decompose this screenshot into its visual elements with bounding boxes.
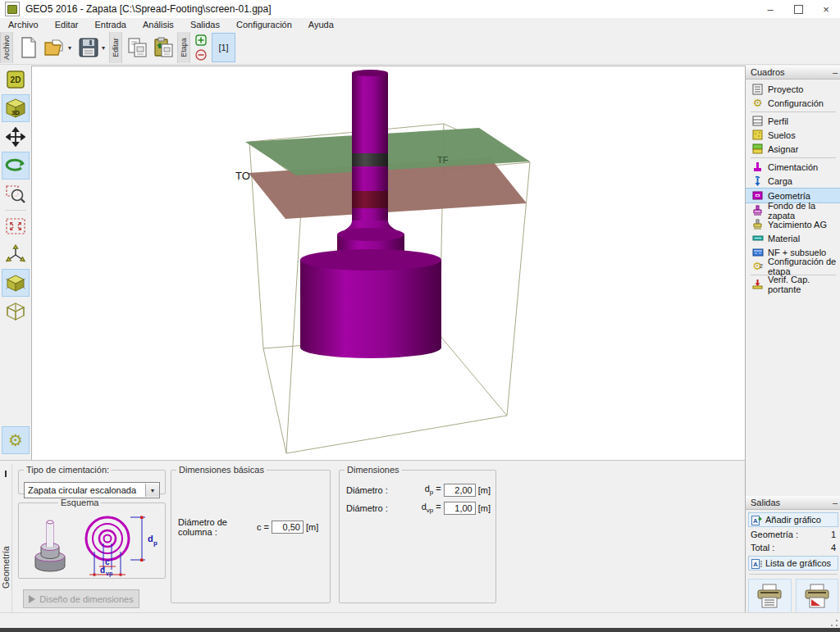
geometry-frame-panel: Geometría Tipo de cimentación: Zapata ci…	[0, 460, 745, 613]
pan-button[interactable]	[2, 124, 29, 150]
save-file-dropdown[interactable]: ▾	[102, 34, 109, 61]
sidebar-item-perfil[interactable]: Perfil	[746, 114, 840, 128]
close-button[interactable]: ×	[812, 1, 840, 18]
remove-stage-button[interactable]	[194, 49, 207, 61]
water-icon	[751, 246, 764, 258]
view-settings-button[interactable]: ⚙	[2, 426, 30, 454]
sidebar-item-yacimiento[interactable]: Yacimiento AG	[746, 217, 840, 231]
view-3d-button[interactable]: 3D	[2, 94, 30, 122]
diameter-dp-input[interactable]	[444, 484, 476, 497]
sidebar-item-asignar[interactable]: Asignar	[746, 142, 840, 156]
stepped-footing-3d	[300, 228, 441, 358]
copy-icon	[127, 37, 148, 58]
svg-text:d: d	[100, 566, 105, 575]
print-document-icon	[756, 584, 783, 608]
frame-tab-label: Geometría	[1, 532, 11, 602]
sidebar-item-carga[interactable]: Carga	[746, 174, 840, 188]
add-graphic-button[interactable]: A Añadir gráfico	[748, 512, 838, 527]
sidebar-item-suelos[interactable]: Suelos	[746, 128, 840, 142]
clip-view-button[interactable]	[2, 269, 30, 297]
basic-dimensions-group: Dimensiones básicas Diámetro de columna …	[171, 465, 331, 603]
maximize-button[interactable]	[784, 1, 812, 18]
menu-configuracion[interactable]: Configuración	[228, 20, 300, 30]
basic-dimensions-title: Dimensiones básicas	[176, 465, 267, 475]
axes-button[interactable]	[2, 241, 29, 267]
sidebar-item-material[interactable]: Material	[746, 231, 840, 245]
menu-salidas[interactable]: Salidas	[182, 20, 228, 30]
toolbar-group-edit: Editar	[109, 32, 122, 63]
settings-icon: ⚙	[751, 97, 764, 109]
print-document-button[interactable]	[748, 579, 792, 613]
print-picture-icon	[803, 584, 831, 608]
play-icon	[29, 595, 35, 603]
sidebar-item-configuracion[interactable]: ⚙ Configuración	[746, 96, 840, 110]
schema-dim-dp: d p	[130, 516, 158, 562]
foundation-type-group: Tipo de cimentación: Zapata circular esc…	[18, 465, 166, 494]
sidebar-item-cimentacion[interactable]: Cimentación	[746, 160, 840, 174]
view-toolbar: 2D 3D ⚙	[0, 66, 31, 459]
foundation-icon	[751, 161, 764, 173]
sidebar-separator	[751, 157, 836, 158]
svg-text:A: A	[753, 561, 758, 568]
open-file-button[interactable]	[43, 34, 67, 61]
minimize-button[interactable]: –	[756, 1, 784, 18]
frame-side-tab: Geometría	[0, 464, 12, 613]
geometry-count-row: Geometría : 1	[746, 527, 840, 540]
menu-bar: Archivo Editar Entrada Análisis Salidas …	[0, 18, 840, 31]
foundation-type-label: Tipo de cimentación:	[24, 465, 112, 475]
sidebar-item-config-etapa[interactable]: ⚙2 Configuración de etapa	[746, 259, 840, 273]
resize-grip[interactable]	[831, 620, 838, 626]
new-file-button[interactable]	[16, 34, 41, 61]
frames-minimize-button[interactable]: –	[833, 67, 838, 77]
print-picture-button[interactable]	[796, 579, 839, 613]
toolbar-group-stage: Etapa	[177, 32, 190, 63]
copy-button[interactable]	[126, 34, 150, 61]
menu-ayuda[interactable]: Ayuda	[300, 20, 342, 30]
view-2d-button[interactable]: 2D	[2, 66, 29, 93]
stage-settings-icon: ⚙2	[751, 260, 764, 272]
axes-icon	[5, 243, 26, 265]
maximize-icon	[794, 5, 803, 14]
sidebar-item-verif-portante[interactable]: Verif. Cap. portante	[746, 277, 840, 291]
add-stage-button[interactable]	[194, 34, 207, 47]
wireframe-view-button[interactable]	[2, 298, 29, 325]
geometry-icon	[751, 189, 764, 202]
dimensions-group: Dimensiones Diámetro : dp = [m] Diámetro…	[339, 465, 496, 603]
diameter-dvp-input[interactable]	[444, 502, 476, 515]
schema-label: Esquema	[58, 498, 101, 507]
outputs-minimize-button[interactable]: –	[833, 498, 838, 507]
project-icon	[751, 83, 764, 95]
column-diameter-input[interactable]	[272, 521, 304, 534]
outputs-separator	[749, 574, 838, 575]
sidebar-item-fondo-zapata[interactable]: Fondo de la zapata	[746, 203, 840, 217]
foundation-type-select[interactable]: Zapata circular escalonada ▼	[24, 482, 160, 498]
rotate-button[interactable]	[2, 152, 30, 180]
menu-analisis[interactable]: Análisis	[135, 20, 182, 30]
app-icon	[5, 2, 20, 16]
zoom-window-button[interactable]	[2, 181, 29, 207]
save-file-button[interactable]	[76, 34, 101, 61]
model-viewport[interactable]: TO TF	[31, 66, 746, 461]
terrain-level-label: TF	[437, 155, 449, 165]
schema-diagram: d p c d vp	[21, 509, 162, 578]
zoom-extents-button[interactable]	[2, 213, 29, 239]
combo-arrow-icon: ▼	[145, 484, 159, 497]
3d-icon: 3D	[5, 98, 26, 119]
open-file-dropdown[interactable]: ▾	[68, 34, 75, 61]
window-title: GEO5 2016 - Zapata [C:\Spread-Footing\sc…	[25, 3, 756, 15]
load-icon	[751, 175, 764, 187]
design-dimensions-button[interactable]: Diseño de dimensiones	[23, 589, 139, 608]
sidebar-item-proyecto[interactable]: Proyecto	[746, 82, 840, 96]
menu-archivo[interactable]: Archivo	[0, 20, 47, 30]
stage-1-button[interactable]: [1]	[212, 33, 235, 62]
diameter-dvp-row: Diámetro : dvp = [m]	[346, 502, 491, 515]
paste-button[interactable]	[152, 34, 176, 61]
schema-group: Esquema	[18, 498, 166, 579]
svg-text:A: A	[753, 517, 758, 525]
list-graphics-button[interactable]: A Lista de gráficos	[748, 556, 838, 571]
outputs-panel-header: Salidas –	[746, 496, 840, 510]
svg-text:d: d	[148, 534, 153, 543]
menu-entrada[interactable]: Entrada	[86, 20, 135, 30]
geometry-count-value: 1	[831, 530, 836, 539]
menu-editar[interactable]: Editar	[47, 20, 87, 30]
